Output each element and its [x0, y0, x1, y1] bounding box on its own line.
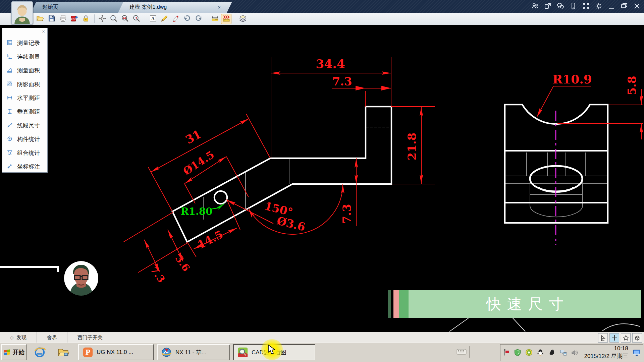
- tray-flag-icon[interactable]: [502, 349, 511, 357]
- panel-item-continuous-measure[interactable]: 连续测量: [2, 50, 47, 64]
- svg-text:A: A: [151, 16, 155, 21]
- statusbar: ◇ 发现 舍界 西门子开关: [0, 332, 644, 343]
- panel-item-vertical-distance[interactable]: 垂直测距: [2, 105, 47, 119]
- drawing-canvas[interactable]: 34.4 7.3 21.8 7.3 31 Ø14.5 14.5 150° Ø3.…: [0, 25, 644, 332]
- taskbar-button-wps[interactable]: PUG NX 11.0 ...: [78, 344, 154, 360]
- wechat-icon[interactable]: [555, 1, 566, 11]
- close-icon[interactable]: [632, 1, 642, 11]
- panel-item-combo-stats[interactable]: 组合统计: [2, 146, 47, 160]
- status-tab-discover[interactable]: ◇ 发现: [0, 332, 37, 343]
- measure-button[interactable]: [210, 14, 220, 24]
- pan-button[interactable]: [97, 14, 107, 24]
- tab-close-icon[interactable]: ×: [216, 4, 222, 10]
- tray-icons: [502, 349, 579, 357]
- panel-item-label: 构件统计: [17, 135, 40, 143]
- status-tab-shejie[interactable]: 舍界: [37, 332, 67, 343]
- tray-bird-icon[interactable]: [548, 349, 556, 357]
- cadmini-icon: [237, 347, 249, 358]
- toolbar-separator: [207, 14, 207, 23]
- tray-clock[interactable]: 10:18 2015/12/2 星期三: [584, 345, 628, 360]
- text-annotate-button[interactable]: A: [148, 14, 158, 24]
- panel-item-measure-record[interactable]: 测量记录: [2, 36, 47, 50]
- tab-drawing-file[interactable]: 建模 案例1.dwg ×: [118, 2, 232, 13]
- gear-icon[interactable]: [594, 1, 604, 11]
- show-desktop-icon[interactable]: [633, 349, 641, 357]
- zoom-inout-button[interactable]: ±: [108, 14, 119, 24]
- presenter-webcam-avatar: [64, 261, 99, 296]
- panel-item-coordinate-label[interactable]: 坐标标注: [2, 160, 47, 174]
- panel-item-label: 水平测距: [17, 94, 40, 102]
- zoom-extents-button[interactable]: [131, 14, 142, 24]
- users-icon[interactable]: [530, 1, 540, 11]
- zoom-window-button[interactable]: [120, 14, 130, 24]
- panel-close-icon[interactable]: ×: [42, 29, 45, 34]
- panel-item-segment-dimension[interactable]: 线段尺寸: [2, 119, 47, 132]
- marker-button[interactable]: [170, 14, 181, 24]
- svg-text:PDF: PDF: [71, 18, 76, 20]
- diamond-icon: ◇: [10, 335, 14, 340]
- fullscreen-icon[interactable]: [581, 1, 591, 11]
- taskbar-button-label: UG NX 11.0 ...: [97, 349, 133, 356]
- toolbar-separator: [235, 14, 235, 23]
- measure-icon: [211, 14, 219, 23]
- view-button-crosshair[interactable]: [609, 333, 619, 343]
- lock-button[interactable]: [80, 14, 91, 24]
- print-icon: [59, 14, 67, 23]
- horizontal-distance-icon: [7, 95, 14, 102]
- view-button-cube[interactable]: [632, 333, 642, 343]
- dim-top-width: 34.4: [316, 57, 345, 71]
- toolbar-separator: [94, 14, 95, 23]
- status-tab-siemens[interactable]: 西门子开关: [67, 332, 113, 343]
- titlebar: 起始页 × 建模 案例1.dwg × +: [0, 0, 644, 13]
- status-tab-label: 舍界: [47, 335, 57, 341]
- undo-button[interactable]: [182, 14, 192, 24]
- taskbar-button-nx[interactable]: NX 11 - 草...: [157, 344, 230, 360]
- save-button[interactable]: [46, 14, 57, 24]
- dim-height: 21.8: [405, 133, 419, 161]
- quicklaunch-folder-ql-icon[interactable]: [56, 345, 72, 360]
- tray-network-icon[interactable]: [559, 349, 568, 357]
- view-button-pointer[interactable]: [598, 333, 608, 343]
- panel-item-horizontal-distance[interactable]: 水平测距: [2, 91, 47, 105]
- redo-button[interactable]: [193, 14, 204, 24]
- quicklaunch-ie-icon[interactable]: [32, 345, 48, 360]
- tray-qq-icon[interactable]: [537, 349, 545, 357]
- component-stats-icon: [7, 136, 14, 143]
- tray-shield-icon[interactable]: [514, 349, 522, 357]
- dim-notch-radius: R10.9: [552, 72, 592, 86]
- phone-icon[interactable]: [568, 1, 578, 11]
- print-button[interactable]: [58, 14, 68, 24]
- dim-top-offset: 7.3: [332, 75, 352, 88]
- save-icon: [48, 14, 56, 23]
- wps-icon: P: [82, 347, 94, 358]
- view-button-star[interactable]: [621, 333, 631, 343]
- pdf-export-button[interactable]: PDF: [69, 14, 79, 24]
- status-tab-label: 西门子开关: [77, 335, 103, 341]
- shadow-area-icon: [7, 81, 14, 88]
- dimension-lines: [123, 57, 435, 273]
- panel-item-shadow-area[interactable]: 阴影面积: [2, 77, 47, 91]
- panel-item-measure-area[interactable]: 测量面积: [2, 64, 47, 77]
- layers-button[interactable]: [237, 14, 248, 24]
- zoom-window-icon: [121, 14, 129, 23]
- share-icon[interactable]: [543, 1, 553, 11]
- tray-plus-circle-icon[interactable]: [525, 349, 533, 357]
- panel-item-component-stats[interactable]: 构件统计: [2, 132, 47, 146]
- tray-speaker-icon[interactable]: [571, 349, 579, 357]
- dim-slot-length: 14.5: [195, 228, 225, 251]
- minimize-icon[interactable]: [606, 1, 616, 11]
- start-button[interactable]: 开始: [1, 344, 26, 360]
- measure-panel-list: 测量记录连续测量测量面积阴影面积水平测距垂直测距线段尺寸构件统计组合统计坐标标注: [2, 36, 47, 174]
- window-controls: [530, 1, 642, 11]
- restore-icon[interactable]: [619, 1, 629, 11]
- tab-start-page-label: 起始页: [42, 4, 58, 11]
- open-button[interactable]: [35, 14, 45, 24]
- clock-time: 10:18: [584, 345, 628, 353]
- user-avatar[interactable]: [11, 1, 33, 25]
- pencil-button[interactable]: [159, 14, 169, 24]
- zoom-extents-icon: [132, 14, 141, 23]
- undo-icon: [183, 14, 191, 23]
- panel-item-label: 连续测量: [17, 53, 40, 61]
- keyboard-icon[interactable]: [457, 346, 467, 358]
- quick-dimension-button[interactable]: [221, 14, 231, 24]
